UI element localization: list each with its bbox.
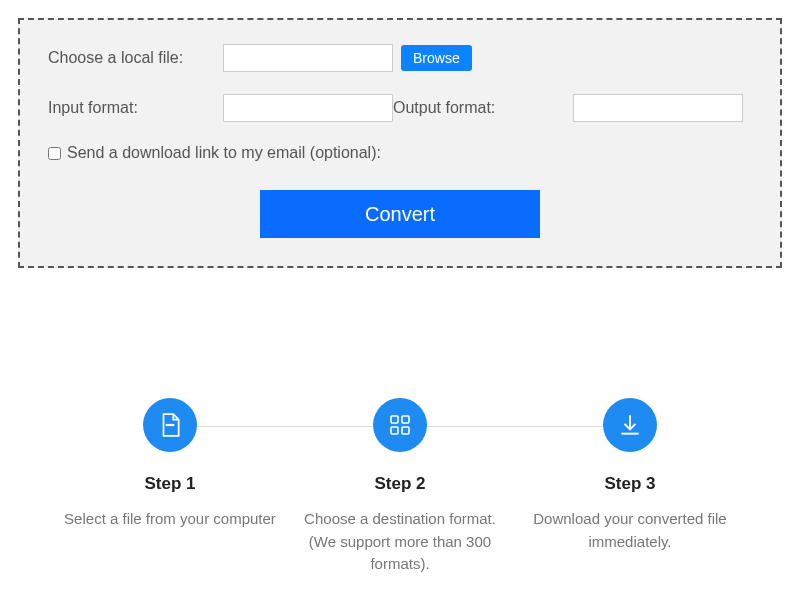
file-icon [143, 398, 197, 452]
input-format-label: Input format: [48, 99, 223, 117]
svg-rect-4 [402, 427, 409, 434]
output-format-label: Output format: [393, 99, 573, 117]
output-format-field[interactable] [573, 94, 743, 122]
browse-button[interactable]: Browse [401, 45, 472, 71]
svg-rect-0 [166, 424, 175, 426]
email-option-row: Send a download link to my email (option… [48, 144, 752, 162]
input-format-field[interactable] [223, 94, 393, 122]
choose-file-label: Choose a local file: [48, 49, 223, 67]
step-2-desc: Choose a destination format. (We support… [290, 508, 510, 576]
convert-button[interactable]: Convert [260, 190, 540, 238]
steps-container: Step 1 Select a file from your computer … [60, 398, 740, 576]
file-path-input[interactable] [223, 44, 393, 72]
svg-rect-2 [402, 416, 409, 423]
email-link-checkbox[interactable] [48, 147, 61, 160]
download-icon [603, 398, 657, 452]
choose-file-row: Choose a local file: Browse [48, 44, 752, 72]
upload-form-panel: Choose a local file: Browse Input format… [18, 18, 782, 268]
step-3-title: Step 3 [604, 474, 655, 494]
convert-row: Convert [48, 190, 752, 238]
svg-rect-1 [391, 416, 398, 423]
step-2: Step 2 Choose a destination format. (We … [290, 398, 510, 576]
grid-icon [373, 398, 427, 452]
step-3-desc: Download your converted file immediately… [520, 508, 740, 553]
step-1-desc: Select a file from your computer [64, 508, 276, 531]
email-link-label: Send a download link to my email (option… [67, 144, 381, 162]
format-row: Input format: Output format: [48, 94, 752, 122]
svg-rect-3 [391, 427, 398, 434]
step-2-title: Step 2 [374, 474, 425, 494]
step-3: Step 3 Download your converted file imme… [520, 398, 740, 576]
step-1: Step 1 Select a file from your computer [60, 398, 280, 576]
step-1-title: Step 1 [144, 474, 195, 494]
